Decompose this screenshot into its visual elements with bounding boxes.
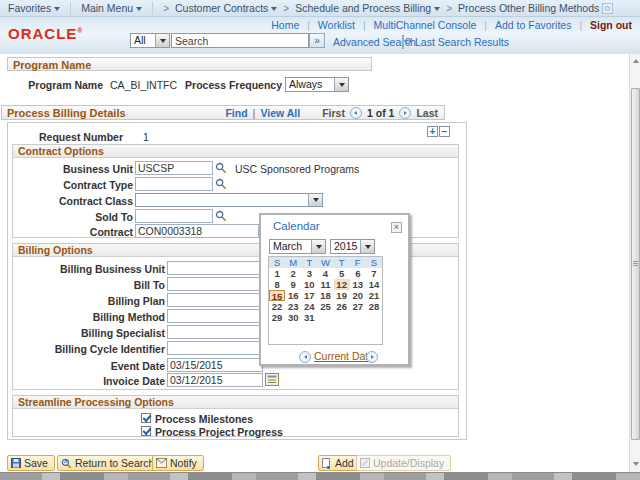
sold-to-input[interactable]	[135, 209, 213, 223]
calendar-date[interactable]: 10	[301, 279, 317, 290]
multichannel-console-link[interactable]: MultiChannel Console	[374, 19, 477, 31]
add-button[interactable]: Add	[318, 455, 361, 471]
delete-row-button[interactable]: −	[439, 126, 450, 137]
billing-specialist-input[interactable]	[167, 325, 263, 339]
dropdown-button[interactable]	[155, 34, 169, 47]
billing-method-input[interactable]	[167, 309, 263, 323]
contract-input[interactable]	[135, 224, 259, 238]
dropdown-button[interactable]	[311, 240, 325, 253]
previous-month-button[interactable]	[299, 351, 311, 363]
breadcrumb-favorites[interactable]: Favorites	[8, 2, 60, 14]
calendar-date[interactable]: 4	[317, 268, 333, 279]
breadcrumb-schedule-process-billing[interactable]: Schedule and Process Billing	[295, 2, 440, 14]
calendar-date[interactable]: 31	[301, 312, 317, 323]
notify-button[interactable]: Notify	[152, 455, 204, 471]
calendar-date[interactable]: 17	[301, 290, 317, 301]
billing-plan-input[interactable]	[167, 293, 263, 307]
calendar-date[interactable]: 3	[301, 268, 317, 279]
calendar-date[interactable]: 28	[366, 301, 382, 312]
calendar-date[interactable]: 5	[334, 268, 350, 279]
add-to-favorites-link[interactable]: Add to Favorites	[495, 19, 571, 31]
calendar-date[interactable]: 19	[334, 290, 350, 301]
scroll-down-button[interactable]	[631, 458, 640, 470]
previous-row-button[interactable]	[350, 107, 362, 119]
event-date-label: Event Date	[13, 360, 165, 372]
close-icon[interactable]: ×	[391, 222, 402, 233]
last-search-results-link[interactable]: Last Search Results	[415, 36, 509, 48]
find-link[interactable]: Find	[225, 107, 247, 119]
sold-to-lookup-icon[interactable]	[215, 210, 227, 222]
calendar-date[interactable]: 23	[285, 301, 301, 312]
calendar-date[interactable]: 25	[317, 301, 333, 312]
contract-class-select[interactable]	[135, 193, 323, 207]
calendar-year-select[interactable]: 2015	[330, 239, 375, 254]
invoice-date-calendar-icon[interactable]	[265, 373, 279, 386]
bill-to-input[interactable]	[167, 277, 263, 291]
row-position: 1 of 1	[367, 107, 394, 119]
calendar-date[interactable]: 30	[285, 312, 301, 323]
calendar-date[interactable]: 22	[269, 301, 285, 312]
calendar-month-value: March	[270, 240, 311, 253]
dropdown-button[interactable]	[334, 78, 348, 91]
billing-specialist-label: Billing Specialist	[13, 327, 165, 339]
search-scope-select[interactable]: All	[130, 33, 170, 48]
business-unit-input[interactable]	[135, 161, 213, 175]
calendar-month-select[interactable]: March	[269, 239, 326, 254]
add-row-button[interactable]: +	[427, 126, 438, 137]
calendar-date[interactable]: 6	[350, 268, 366, 279]
contract-type-lookup-icon[interactable]	[215, 178, 227, 190]
calendar-day-header: W	[317, 257, 333, 268]
dropdown-button[interactable]	[308, 194, 322, 206]
calendar-date[interactable]: 1	[269, 268, 285, 279]
calendar-date[interactable]: 14	[366, 279, 382, 290]
home-link[interactable]: Home	[271, 19, 299, 31]
calendar-date[interactable]: 18	[317, 290, 333, 301]
calendar-date[interactable]: 16	[285, 290, 301, 301]
calendar-date[interactable]: 21	[366, 290, 382, 301]
caret-down-icon	[136, 7, 142, 11]
arrow-left-icon	[354, 111, 357, 115]
caret-down-icon	[271, 7, 277, 11]
save-button[interactable]: Save	[7, 455, 55, 471]
calendar-date[interactable]: 24	[301, 301, 317, 312]
search-input[interactable]	[171, 33, 309, 48]
calendar-date[interactable]: 8	[269, 279, 285, 290]
scrollbar-thumb[interactable]	[631, 88, 640, 440]
breadcrumb-label: Schedule and Process Billing	[295, 2, 431, 14]
contract-type-input[interactable]	[135, 177, 213, 191]
worklist-link[interactable]: Worklist	[318, 19, 355, 31]
calendar-date[interactable]: 9	[285, 279, 301, 290]
billing-business-unit-input[interactable]	[167, 261, 263, 275]
next-row-button[interactable]	[399, 107, 411, 119]
arrow-down-icon	[633, 462, 639, 466]
dropdown-button[interactable]	[360, 240, 374, 253]
contract-class-value	[136, 194, 308, 206]
event-date-input[interactable]	[167, 358, 263, 372]
calendar-date[interactable]: 26	[334, 301, 350, 312]
calendar-date[interactable]: 20	[350, 290, 366, 301]
calendar-date[interactable]: 2	[285, 268, 301, 279]
calendar-date[interactable]: 13	[350, 279, 366, 290]
sign-out-link[interactable]: Sign out	[590, 19, 632, 31]
calendar-date[interactable]: 11	[317, 279, 333, 290]
calendar-date[interactable]: 12	[334, 279, 350, 290]
scroll-up-button[interactable]	[631, 55, 640, 67]
calendar-date[interactable]: 29	[269, 312, 285, 323]
calendar-date[interactable]: 7	[366, 268, 382, 279]
process-milestones-checkbox[interactable]	[141, 413, 151, 423]
view-all-link[interactable]: View All	[261, 107, 301, 119]
breadcrumb-main-menu[interactable]: Main Menu	[81, 2, 142, 14]
breadcrumb-customer-contracts[interactable]: Customer Contracts	[175, 2, 277, 14]
search-go-button[interactable]: »	[309, 33, 325, 48]
invoice-date-input[interactable]	[167, 373, 263, 387]
process-project-progress-checkbox[interactable]	[141, 426, 151, 436]
breadcrumb-label: Process Other Billing Methods	[458, 2, 599, 14]
business-unit-lookup-icon[interactable]	[215, 162, 227, 174]
calendar-date[interactable]: 27	[350, 301, 366, 312]
next-month-button[interactable]	[366, 351, 378, 363]
billing-cycle-identifier-input[interactable]	[167, 341, 263, 355]
calendar-date[interactable]: 15	[269, 290, 285, 301]
return-to-search-button[interactable]: Return to Search	[57, 455, 161, 471]
breadcrumb-current-page[interactable]: Process Other Billing Methods	[458, 2, 613, 14]
process-frequency-select[interactable]: Always	[285, 77, 349, 92]
